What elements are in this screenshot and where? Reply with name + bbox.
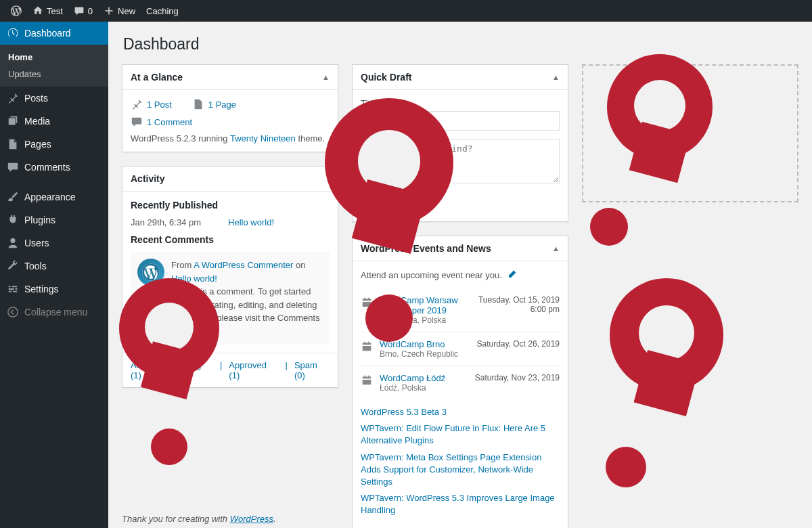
chevron-up-icon[interactable]: ▲ [552, 73, 560, 81]
event-date: Tuesday, Oct 15, 20196:00 pm [478, 295, 560, 325]
page-title: Dashboard [123, 35, 798, 53]
plus-icon [104, 5, 114, 16]
brush-icon [7, 191, 19, 203]
sliders-icon [7, 283, 19, 295]
event-date: Saturday, Oct 26, 2019 [476, 339, 560, 359]
event-title-link[interactable]: WordCamp Warsaw #Developer 2019 [380, 295, 458, 315]
comments-menu[interactable]: 0 [68, 0, 98, 22]
caching-label: Caching [146, 6, 179, 16]
sidebar-item-dashboard[interactable]: Dashboard [0, 22, 108, 45]
new-label: New [118, 6, 135, 16]
wordcamp-icon [361, 296, 373, 309]
recent-comments-heading: Recent Comments [131, 234, 330, 245]
sidebar-item-users[interactable]: Users [0, 232, 108, 255]
main-content: Dashboard At a Glance ▲ 1 Post [108, 22, 812, 528]
widget-header[interactable]: At a Glance ▲ [122, 65, 338, 90]
filter-all[interactable]: All (1) [131, 360, 153, 380]
new-content-menu[interactable]: New [98, 0, 141, 22]
wordpress-logo-icon [11, 5, 22, 16]
dashboard-submenu: Home Updates [0, 45, 108, 87]
news-link[interactable]: WPTavern: WordPress 5.3 Improves Large I… [361, 492, 560, 516]
event-location: Warszawa, Polska [380, 315, 472, 325]
sidebar-item-media[interactable]: Media [0, 110, 108, 133]
glance-pages-link[interactable]: 1 Page [192, 98, 236, 110]
avatar [137, 259, 164, 286]
widget-header[interactable]: Quick Draft ▲ [353, 65, 568, 90]
published-post-link[interactable]: Hello world! [228, 217, 274, 227]
sidebar-item-label: Users [24, 238, 49, 248]
news-link[interactable]: WPTavern: Edit Flow Future in Flux: Here… [361, 422, 560, 447]
filter-approved[interactable]: Approved (1) [229, 360, 278, 380]
wrench-icon [7, 260, 19, 272]
commenter-link[interactable]: A WordPress Commenter [194, 260, 293, 270]
pin-icon [131, 98, 143, 110]
draft-title-label: Title [361, 98, 560, 108]
collapse-label: Collapse menu [24, 307, 87, 317]
save-draft-button[interactable]: Save Draft [361, 194, 420, 213]
recent-comment-item: From A WordPress Commenter on Hello worl… [131, 252, 330, 345]
sidebar-subitem-home[interactable]: Home [0, 49, 108, 66]
published-item: Jan 29th, 6:34 pm Hello world! [131, 217, 330, 227]
sidebar-item-pages[interactable]: Pages [0, 133, 108, 156]
widget-header[interactable]: Activity [122, 167, 338, 192]
collapse-icon [7, 306, 19, 318]
collapse-menu-button[interactable]: Collapse menu [0, 301, 108, 324]
wordpress-logo-icon [141, 263, 160, 282]
theme-link[interactable]: Twenty Nineteen [230, 133, 296, 144]
admin-sidebar: Dashboard Home Updates Posts Media Pages… [0, 22, 108, 528]
widget-dropzone-placeholder[interactable] [582, 64, 798, 202]
glance-posts-link[interactable]: 1 Post [131, 98, 172, 110]
events-intro-text: Attend an upcoming event near you. [361, 270, 502, 280]
admin-toolbar: Test 0 New Caching [0, 0, 812, 22]
page-icon [7, 138, 19, 150]
news-link[interactable]: WPTavern: Meta Box Settings Page Extensi… [361, 452, 560, 489]
svg-point-0 [8, 307, 18, 317]
sidebar-item-comments[interactable]: Comments [0, 156, 108, 179]
draft-content-textarea[interactable] [361, 139, 560, 183]
sidebar-item-plugins[interactable]: Plugins [0, 208, 108, 232]
sidebar-item-settings[interactable]: Settings [0, 278, 108, 301]
comment-excerpt: Hi, this is a comment. To get started wi… [171, 285, 323, 338]
wp-logo-menu[interactable] [5, 0, 27, 22]
published-date: Jan 29th, 6:34 pm [131, 217, 201, 227]
sidebar-item-label: Comments [24, 162, 70, 173]
sidebar-item-posts[interactable]: Posts [0, 87, 108, 110]
widget-header[interactable]: WordPress Events and News ▲ [353, 236, 568, 261]
filter-pending[interactable]: Pending (0) [168, 360, 212, 380]
event-title-link[interactable]: WordCamp Łódź [380, 373, 445, 383]
sidebar-subitem-updates[interactable]: Updates [0, 66, 108, 83]
plugin-icon [7, 214, 19, 226]
edit-location-icon[interactable] [506, 269, 517, 280]
chevron-up-icon[interactable]: ▲ [552, 244, 560, 252]
caching-menu[interactable]: Caching [141, 0, 184, 22]
sidebar-item-tools[interactable]: Tools [0, 255, 108, 278]
widget-quick-draft: Quick Draft ▲ Title Save Draft [352, 64, 568, 222]
draft-title-input[interactable] [361, 111, 560, 131]
news-link[interactable]: WordPress 5.3 Beta 3 [361, 406, 560, 418]
admin-footer: Thank you for creating with WordPress. [122, 514, 276, 524]
sidebar-item-label: Posts [24, 93, 48, 104]
event-location: Łódź, Polska [380, 383, 468, 393]
comment-post-link[interactable]: Hello world! [171, 273, 217, 284]
user-icon [7, 237, 19, 249]
widget-activity: Activity Recently Published Jan 29th, 6:… [122, 166, 338, 388]
event-date: Saturday, Nov 23, 2019 [475, 373, 560, 393]
site-name-label: Test [47, 6, 63, 16]
filter-spam[interactable]: Spam (0) [294, 360, 330, 380]
sidebar-item-label: Appearance [24, 192, 76, 202]
comment-filters: All (1)| Pending (0)| Approved (1)| Spam… [122, 353, 338, 387]
event-location: Brno, Czech Republic [380, 349, 470, 359]
wordcamp-icon [361, 374, 373, 387]
sidebar-item-label: Dashboard [24, 28, 71, 39]
event-item: WordCamp Brno Brno, Czech Republic Satur… [361, 332, 560, 366]
dashboard-icon [7, 27, 19, 39]
sidebar-item-label: Plugins [24, 215, 55, 225]
sidebar-item-label: Pages [24, 139, 51, 150]
chevron-up-icon[interactable]: ▲ [322, 73, 330, 81]
sidebar-item-appearance[interactable]: Appearance [0, 185, 108, 208]
glance-comments-link[interactable]: 1 Comment [131, 116, 192, 128]
wordpress-footer-link[interactable]: WordPress [230, 514, 273, 524]
site-name-menu[interactable]: Test [27, 0, 68, 22]
event-title-link[interactable]: WordCamp Brno [380, 339, 445, 349]
news-list: WordPress 5.3 Beta 3WPTavern: Edit Flow … [361, 406, 560, 517]
